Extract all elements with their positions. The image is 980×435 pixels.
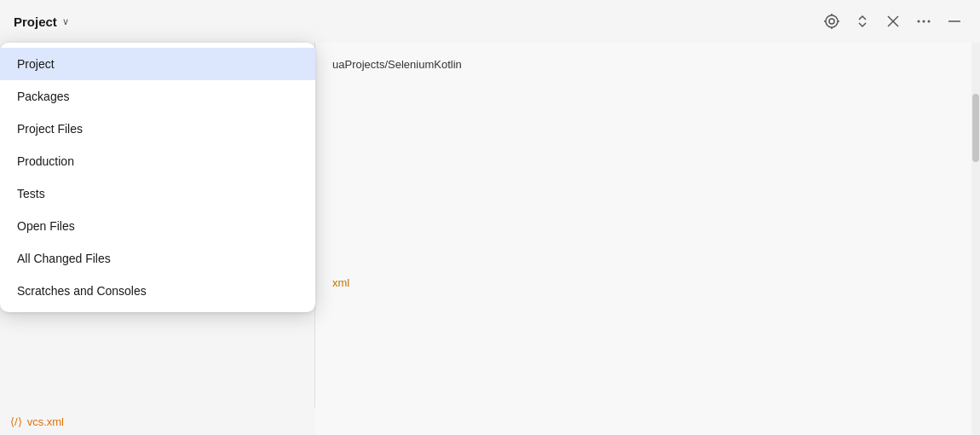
vcs-label[interactable]: vcs.xml (27, 415, 64, 428)
dropdown-item-all-changed-files[interactable]: All Changed Files (0, 242, 315, 275)
dropdown-item-project-files[interactable]: Project Files (0, 113, 315, 145)
dropdown-item-packages[interactable]: Packages (0, 80, 315, 113)
dropdown-menu: ProjectPackagesProject FilesProductionTe… (0, 43, 315, 312)
toolbar-left: Project ∨ (14, 14, 69, 29)
vcs-icon: ⟨/⟩ (10, 415, 22, 428)
scrollbar-track[interactable] (971, 43, 980, 435)
path-label: uaProjects/SeleniumKotlin (332, 51, 462, 78)
svg-point-8 (918, 20, 920, 23)
dropdown-item-tests[interactable]: Tests (0, 177, 315, 210)
main-panel: Project ∨ (0, 0, 980, 435)
close-icon[interactable] (881, 9, 905, 33)
toolbar-right (820, 9, 966, 33)
svg-point-9 (923, 20, 925, 23)
more-options-icon[interactable] (912, 9, 936, 33)
target-icon[interactable] (820, 9, 844, 33)
dropdown-item-production[interactable]: Production (0, 145, 315, 177)
dropdown-overlay: ProjectPackagesProject FilesProductionTe… (0, 43, 315, 312)
bottom-bar: ⟨/⟩ vcs.xml (0, 408, 315, 435)
svg-point-1 (829, 19, 834, 24)
expand-collapse-icon[interactable] (850, 9, 874, 33)
main-content: uaProjects/SeleniumKotlin xml (315, 43, 980, 435)
scrollbar-thumb[interactable] (972, 94, 979, 162)
svg-point-10 (928, 20, 931, 23)
svg-point-0 (826, 15, 838, 27)
toolbar: Project ∨ (0, 0, 980, 43)
dropdown-item-open-files[interactable]: Open Files (0, 210, 315, 242)
dropdown-item-project[interactable]: Project (0, 48, 315, 80)
chevron-down-icon[interactable]: ∨ (62, 16, 69, 27)
xml-label: xml (332, 276, 963, 289)
project-title[interactable]: Project (14, 14, 57, 29)
minimize-icon[interactable] (943, 9, 966, 33)
dropdown-item-scratches-consoles[interactable]: Scratches and Consoles (0, 275, 315, 307)
